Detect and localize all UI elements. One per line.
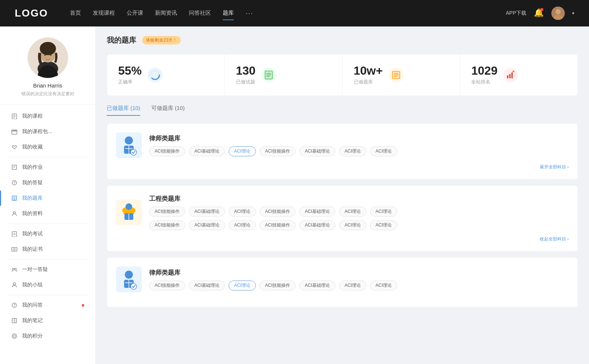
svg-point-65: [126, 203, 132, 210]
nav-qa[interactable]: 问答社区: [189, 8, 211, 19]
tag-item[interactable]: ACI基础理论: [299, 281, 335, 290]
tag-item[interactable]: ACI理论: [339, 146, 366, 156]
sidebar-item-1on1[interactable]: 一对一答疑: [0, 262, 95, 277]
sidebar-item-packages[interactable]: 我的课程包...: [0, 124, 95, 139]
qbank-card-lawyer2: 律师类题库 ACI技能操作 ACI基础理论 ACI理论 ACI技能操作 ACI基…: [107, 257, 578, 307]
sidebar-label-homework: 我的作业: [22, 164, 43, 171]
sidebar-divider-3: [7, 259, 88, 260]
tab-done[interactable]: 已做题库 (10): [107, 105, 140, 115]
sidebar-divider-2: [7, 224, 88, 224]
stat-icon-banks: [389, 68, 403, 82]
svg-point-32: [14, 249, 15, 250]
sidebar-item-profile[interactable]: 我的资料: [0, 206, 95, 221]
svg-rect-28: [12, 232, 17, 237]
user-avatar[interactable]: [551, 7, 565, 20]
tag-item-active[interactable]: ACI理论: [229, 146, 256, 156]
stat-icon-correct: [148, 68, 162, 82]
sidebar-label-points: 我的积分: [22, 333, 43, 339]
tag-item[interactable]: ACI理论: [339, 281, 366, 290]
sidebar-label-notes: 我的笔记: [22, 317, 43, 324]
sidebar-label-packages: 我的课程包...: [22, 128, 52, 135]
sidebar-label-favorites: 我的收藏: [22, 144, 43, 150]
expand-link-lawyer1[interactable]: 展开全部科目 ›: [116, 164, 569, 170]
sidebar-item-exam[interactable]: 我的考试: [0, 226, 95, 242]
sidebar: Brian Harris 错误的决定比没有决定要好 我的课程: [0, 26, 96, 364]
main-content: 我的题库 体验剩余23天！ 55% 正确率: [96, 26, 589, 364]
tag-item[interactable]: ACI基础理论: [189, 220, 225, 230]
stat-value-correct: 55%: [118, 65, 142, 76]
nav-more[interactable]: ···: [246, 8, 253, 19]
nav-qbank[interactable]: 题库: [223, 8, 234, 19]
stat-label-banks: 已做题库: [354, 79, 383, 85]
tag-item[interactable]: ACI基础理论: [299, 207, 335, 217]
svg-point-7: [40, 42, 56, 55]
nav-opencourse[interactable]: 公开课: [127, 8, 143, 19]
sidebar-item-myqa[interactable]: 我的问答: [0, 297, 95, 313]
tag-item[interactable]: ACI理论: [370, 220, 397, 230]
tag-item[interactable]: ACI技能操作: [260, 281, 296, 290]
tag-item[interactable]: ACI技能操作: [149, 207, 185, 217]
tag-item[interactable]: ACI基础理论: [189, 146, 225, 156]
tag-item[interactable]: ACI理论: [370, 281, 397, 290]
sidebar-label-group: 我的小组: [22, 282, 43, 288]
svg-rect-18: [12, 165, 17, 169]
app-download-link[interactable]: APP下载: [506, 10, 526, 17]
sidebar-item-courses[interactable]: 我的课程: [0, 108, 95, 124]
sidebar-item-notes[interactable]: 我的笔记: [0, 313, 95, 328]
notification-bell[interactable]: 🔔: [534, 8, 544, 18]
sidebar-label-myqa: 我的问答: [22, 302, 43, 308]
sidebar-item-points[interactable]: 我的积分: [0, 328, 95, 344]
user-dropdown-arrow[interactable]: ▾: [572, 11, 574, 16]
tag-item[interactable]: ACI技能操作: [260, 220, 296, 230]
sidebar-item-favorites[interactable]: 我的收藏: [0, 139, 95, 155]
collapse-link-engineer1[interactable]: 收起全部科目 ›: [116, 236, 569, 242]
tag-item[interactable]: ACI理论: [229, 220, 256, 230]
tag-item[interactable]: ACI技能操作: [149, 220, 185, 230]
tab-available[interactable]: 可做题库 (10): [151, 105, 185, 115]
sidebar-item-qa[interactable]: 我的答疑: [0, 175, 95, 190]
qbank-tags-engineer1-row1: ACI技能操作 ACI基础理论 ACI理论 ACI技能操作 ACI基础理论 AC…: [149, 207, 569, 217]
svg-rect-31: [12, 247, 17, 251]
tag-item[interactable]: ACI理论: [339, 207, 366, 217]
qbank-card-engineer1: 工程类题库 ACI技能操作 ACI基础理论 ACI理论 ACI技能操作 ACI基…: [107, 185, 578, 251]
sidebar-item-group[interactable]: 我的小组: [0, 277, 95, 293]
profile-motto: 错误的决定比没有决定要好: [7, 91, 88, 97]
logo: LOGO: [15, 7, 48, 19]
svg-point-68: [125, 271, 133, 279]
tag-item[interactable]: ACI技能操作: [260, 146, 296, 156]
svg-point-62: [131, 149, 137, 155]
qbank-header-lawyer2: 律师类题库 ACI技能操作 ACI基础理论 ACI理论 ACI技能操作 ACI基…: [116, 267, 569, 292]
qbank-name-lawyer1: 律师类题库: [149, 134, 397, 143]
tag-item[interactable]: ACI理论: [229, 207, 256, 217]
tag-item[interactable]: ACI技能操作: [149, 281, 185, 290]
tag-item[interactable]: ACI技能操作: [149, 146, 185, 156]
tag-item[interactable]: ACI理论: [339, 220, 366, 230]
qbank-card-lawyer1: 律师类题库 ACI技能操作 ACI基础理论 ACI理论 ACI技能操作 ACI基…: [107, 123, 578, 179]
sidebar-item-homework[interactable]: 我的作业: [0, 160, 95, 175]
tag-item[interactable]: ACI基础理论: [189, 281, 225, 290]
sidebar-label-qbank: 我的题库: [22, 195, 43, 201]
qbank-icon-lawyer1: [116, 132, 142, 158]
tag-item[interactable]: ACI基础理论: [299, 146, 335, 156]
tag-item[interactable]: ACI理论: [370, 146, 397, 156]
sidebar-menu: 我的课程 我的课程包...: [0, 105, 95, 347]
svg-rect-56: [509, 74, 511, 78]
tag-item-active[interactable]: ACI理论: [229, 281, 256, 290]
svg-point-27: [13, 212, 15, 214]
cert-icon: [11, 246, 18, 253]
nav-home[interactable]: 首页: [70, 8, 81, 19]
sidebar-item-cert[interactable]: 我的证书: [0, 242, 95, 257]
tag-item[interactable]: ACI技能操作: [260, 207, 296, 217]
trial-badge: 体验剩余23天！: [142, 36, 181, 44]
points-icon: [11, 333, 18, 339]
nav-news[interactable]: 新闻资讯: [155, 8, 177, 19]
svg-rect-38: [12, 318, 17, 323]
svg-point-37: [14, 306, 15, 307]
1on1-icon: [11, 266, 18, 273]
sidebar-item-qbank[interactable]: 我的题库: [0, 190, 95, 206]
nav-discover[interactable]: 发现课程: [93, 8, 115, 19]
tag-item[interactable]: ACI基础理论: [299, 220, 335, 230]
tag-item[interactable]: ACI理论: [370, 207, 397, 217]
stat-rank: 1029 全站排名: [460, 54, 578, 96]
tag-item[interactable]: ACI基础理论: [189, 207, 225, 217]
